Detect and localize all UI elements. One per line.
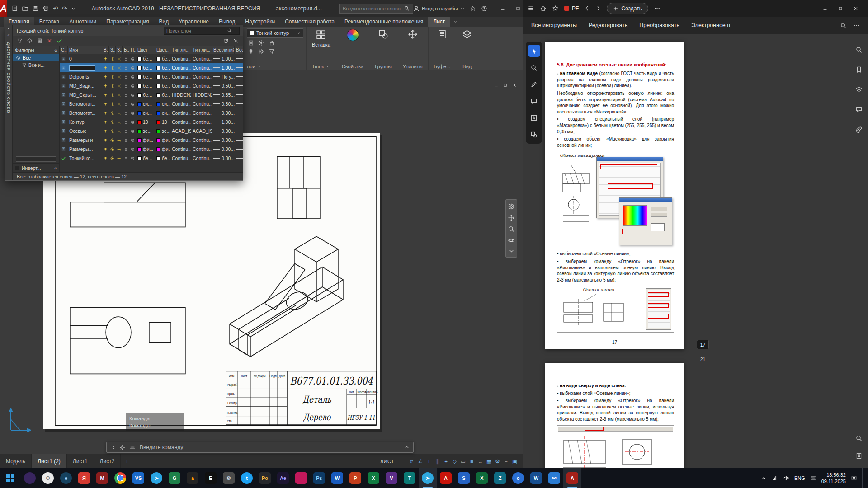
layer-cell[interactable] bbox=[102, 72, 109, 81]
language-indicator[interactable]: ENG bbox=[794, 475, 805, 481]
status-icon-1[interactable]: # bbox=[407, 457, 416, 465]
status-icon-8[interactable]: ≡ bbox=[467, 457, 476, 465]
steering-wheel-icon[interactable] bbox=[508, 203, 515, 210]
palette-close-icon[interactable] bbox=[6, 27, 11, 31]
taskbar-app-pink[interactable] bbox=[292, 468, 310, 488]
layer-cell[interactable] bbox=[123, 63, 129, 72]
layer-cell[interactable] bbox=[235, 54, 243, 63]
layer-cell[interactable]: си... bbox=[155, 99, 170, 108]
layer-color-swatch[interactable] bbox=[137, 84, 142, 88]
tab-prev-icon[interactable] bbox=[584, 5, 590, 11]
color-wheel-icon[interactable] bbox=[347, 29, 359, 41]
layer-vp-color-swatch[interactable] bbox=[156, 138, 160, 142]
command-close-icon[interactable] bbox=[110, 445, 115, 450]
layer-cell[interactable]: Тонкий ко... bbox=[68, 154, 102, 163]
layer-vp-color-swatch[interactable] bbox=[156, 84, 160, 88]
settings-icon[interactable] bbox=[233, 38, 239, 44]
taskbar-powerpoint[interactable]: P bbox=[346, 468, 364, 488]
taskbar-app-cyan[interactable]: Z bbox=[491, 468, 509, 488]
command-line[interactable]: Введите команду bbox=[106, 442, 414, 453]
taskbar-settings[interactable]: ⚙ bbox=[220, 468, 238, 488]
layer-cell[interactable] bbox=[109, 54, 116, 63]
taskbar-app-darkred[interactable]: M bbox=[93, 468, 111, 488]
layer-cell[interactable] bbox=[129, 127, 136, 136]
command-customize-icon[interactable] bbox=[119, 445, 125, 450]
taskbar-app-light-circle[interactable]: O bbox=[39, 468, 57, 488]
layer-cell[interactable]: HIDDEN2 bbox=[191, 90, 212, 99]
layer-cell[interactable] bbox=[60, 63, 68, 72]
layer-column-7[interactable]: Цвет bbox=[136, 46, 155, 54]
layer-cell[interactable] bbox=[123, 117, 129, 127]
comments-panel[interactable] bbox=[853, 103, 865, 115]
layer-cell[interactable]: ACAD_IS... bbox=[170, 127, 191, 136]
pdf-toolbar-редактировать[interactable]: Редактировать bbox=[589, 22, 627, 28]
layer-vp-color-swatch[interactable] bbox=[156, 129, 160, 133]
layer-column-11[interactable]: Вес линий bbox=[212, 46, 235, 54]
layer-cell[interactable] bbox=[60, 81, 68, 90]
layer-cell[interactable]: Контур bbox=[68, 117, 102, 127]
new-file-icon[interactable] bbox=[11, 5, 18, 12]
layer-cell[interactable]: бе... bbox=[155, 63, 170, 72]
layer-cell[interactable]: Continu... bbox=[170, 99, 191, 108]
layer-cell[interactable]: 1.00... bbox=[212, 63, 235, 72]
layer-cell[interactable] bbox=[109, 72, 116, 81]
layer-cell[interactable] bbox=[235, 108, 243, 117]
layer-cell[interactable] bbox=[109, 108, 116, 117]
layout-tab-лист2[interactable]: Лист2 bbox=[94, 454, 121, 468]
layer-column-1[interactable]: Имя bbox=[68, 46, 102, 54]
block-panel-label[interactable]: Блок bbox=[313, 62, 330, 70]
layer-cell[interactable] bbox=[123, 154, 129, 163]
layer-cell[interactable]: 0.30... bbox=[212, 108, 235, 117]
layer-row-тонкий-ко[interactable]: Тонкий ко...бе...бе...Continu...Continu.… bbox=[60, 154, 243, 163]
taskbar-app-green2[interactable]: X bbox=[473, 468, 491, 488]
layer-cell[interactable]: Continu... bbox=[191, 72, 212, 81]
layer-cell[interactable] bbox=[235, 90, 243, 99]
taskbar-telegram[interactable]: ➤ bbox=[147, 468, 165, 488]
status-icon-6[interactable]: ◇ bbox=[450, 457, 459, 465]
layer-cell[interactable]: Continu... bbox=[191, 145, 212, 154]
doc-minimize-icon[interactable] bbox=[494, 83, 499, 88]
layer-cell[interactable]: 0 bbox=[68, 54, 102, 63]
save-icon[interactable] bbox=[32, 5, 39, 12]
taskbar-acrobat[interactable]: A bbox=[437, 468, 455, 488]
layer-cell[interactable]: Continu... bbox=[191, 81, 212, 90]
help-search[interactable] bbox=[339, 4, 413, 14]
layer-cell[interactable] bbox=[129, 99, 136, 108]
layer-cell[interactable]: бе... bbox=[155, 90, 170, 99]
more-options-icon[interactable] bbox=[654, 5, 660, 12]
status-icon-3[interactable]: ⊥ bbox=[425, 457, 433, 465]
layer-cell[interactable] bbox=[116, 136, 123, 145]
layer-cell[interactable]: 0.30... bbox=[212, 145, 235, 154]
layer-cell[interactable]: HIDDEN2 bbox=[170, 90, 191, 99]
layer-cell[interactable]: Defpoints bbox=[68, 72, 102, 81]
layer-cell[interactable] bbox=[123, 81, 129, 90]
zoom-tool[interactable] bbox=[528, 61, 540, 74]
layer-cell[interactable] bbox=[102, 54, 109, 63]
pdf-close-button[interactable] bbox=[848, 2, 863, 15]
filters-collapse-icon[interactable]: « bbox=[54, 47, 57, 53]
layer-cell[interactable] bbox=[116, 117, 123, 127]
layer-cell[interactable] bbox=[123, 108, 129, 117]
layer-cell[interactable] bbox=[109, 117, 116, 127]
taskbar-autocad[interactable]: A bbox=[563, 468, 581, 488]
taskbar-photoshop[interactable]: Ps bbox=[310, 468, 328, 488]
layer-cell[interactable] bbox=[129, 136, 136, 145]
taskbar-app-violet[interactable]: V bbox=[382, 468, 401, 488]
taskbar-twitter[interactable]: t bbox=[238, 468, 256, 488]
layers-panel-label[interactable]: лои bbox=[247, 62, 303, 70]
layer-properties-icon[interactable] bbox=[248, 40, 254, 46]
layer-cell[interactable]: Continu... bbox=[170, 72, 191, 81]
layer-color-swatch[interactable] bbox=[137, 120, 142, 124]
shapes-tool[interactable] bbox=[528, 128, 540, 141]
layer-cell[interactable]: Continu... bbox=[191, 117, 212, 127]
layer-vp-color-swatch[interactable] bbox=[156, 102, 160, 106]
layer-freeze-icon[interactable] bbox=[258, 40, 264, 46]
comment-tool[interactable] bbox=[528, 95, 540, 107]
layer-cell[interactable] bbox=[116, 108, 123, 117]
layer-name-input[interactable] bbox=[69, 65, 95, 71]
insert-block-button[interactable]: Вставка bbox=[312, 29, 330, 47]
layer-cell[interactable] bbox=[60, 154, 68, 163]
command-prompt[interactable]: Введите команду bbox=[140, 444, 183, 450]
layer-vp-color-swatch[interactable] bbox=[156, 120, 160, 124]
search-icon[interactable] bbox=[404, 5, 410, 11]
